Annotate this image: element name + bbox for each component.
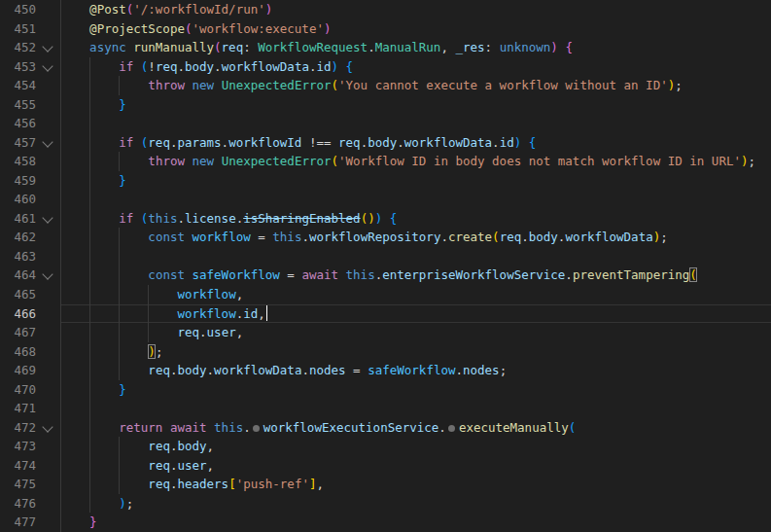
code-line[interactable]: 466workflow.id, [0,304,771,324]
fold-spacer [36,342,60,362]
code-line[interactable]: 474req.user, [0,456,771,476]
code-line[interactable]: 459} [0,171,771,191]
line-number[interactable]: 465 [0,285,36,304]
fold-chevron-icon[interactable] [36,266,60,285]
code-line-content[interactable]: const workflow = this.workflowRepository… [60,228,771,247]
code-line[interactable]: 464const safeWorkflow = await this.enter… [0,266,771,285]
line-number[interactable]: 466 [0,304,36,324]
code-line-content[interactable]: } [60,95,771,115]
token-b3: ) [375,211,390,226]
token-pun: . [440,230,448,244]
code-line-content[interactable]: } [60,513,771,532]
code-line-content[interactable] [60,114,771,133]
token-b3: } [119,97,126,112]
code-line[interactable]: 477} [0,513,771,532]
line-number[interactable]: 453 [0,57,36,77]
code-line[interactable]: 458throw new UnexpectedError('Workflow I… [0,152,771,171]
code-line-content[interactable] [60,399,771,418]
code-line-content[interactable]: workflow, [60,285,771,304]
line-number[interactable]: 468 [0,342,36,362]
code-line[interactable]: 473req.body, [0,437,771,456]
line-number[interactable]: 473 [0,437,36,456]
code-line-content[interactable]: } [60,380,771,400]
code-line-content[interactable]: ); [60,494,771,514]
code-line-content[interactable]: } [60,171,771,191]
line-number[interactable]: 462 [0,228,36,247]
code-line-content[interactable]: req.user, [60,323,771,342]
code-line[interactable]: 451@ProjectScope('workflow:execute') [0,19,771,39]
code-line[interactable]: 452async runManually(req: WorkflowReques… [0,38,771,57]
code-line[interactable]: 450@Post('/:workflowId/run') [0,0,771,19]
code-line[interactable]: 461if (this.license.isSharingEnabled()) … [0,209,771,229]
line-number[interactable]: 458 [0,152,36,171]
line-number[interactable]: 457 [0,133,36,153]
line-number[interactable]: 477 [0,513,36,532]
code-line-content[interactable]: ); [60,342,771,362]
code-line-content[interactable]: throw new UnexpectedError('Workflow ID i… [60,152,771,171]
line-number[interactable]: 450 [0,0,36,19]
code-line-content[interactable] [60,247,771,266]
line-number[interactable]: 461 [0,209,36,229]
line-number[interactable]: 456 [0,114,36,133]
code-line-content[interactable]: req.body.workflowData.nodes = safeWorkfl… [60,361,771,380]
code-line-content[interactable]: @ProjectScope('workflow:execute') [60,19,771,39]
code-line[interactable]: 475req.headers['push-ref'], [0,475,771,494]
fold-chevron-icon[interactable] [36,418,60,438]
code-line[interactable]: 467req.user, [0,323,771,342]
line-number[interactable]: 469 [0,361,36,380]
code-line-content[interactable]: @Post('/:workflowId/run') [60,0,771,19]
code-line-content[interactable]: async runManually(req: WorkflowRequest.M… [60,38,771,57]
fold-chevron-icon[interactable] [36,38,60,57]
line-number[interactable]: 463 [0,247,36,266]
line-number[interactable]: 459 [0,171,36,191]
code-line-content[interactable]: throw new UnexpectedError('You cannot ex… [60,76,771,95]
code-line[interactable]: 465workflow, [0,285,771,304]
line-number[interactable]: 467 [0,323,36,342]
code-line[interactable]: 471 [0,399,771,418]
line-number[interactable]: 451 [0,19,36,39]
line-number[interactable]: 464 [0,266,36,285]
code-text: const safeWorkflow = await this.enterpri… [60,266,697,285]
code-line-content[interactable]: req.body, [60,437,771,456]
fold-chevron-icon[interactable] [36,57,60,77]
token-var: params [177,135,221,150]
code-line[interactable]: 472return await this.workflowExecutionSe… [0,418,771,438]
line-number[interactable]: 476 [0,494,36,514]
line-number[interactable]: 475 [0,475,36,494]
line-number[interactable]: 460 [0,190,36,209]
line-number[interactable]: 455 [0,95,36,115]
code-line-content[interactable]: if (!req.body.workflowData.id) { [60,57,771,77]
code-line[interactable]: 470} [0,380,771,400]
code-line[interactable]: 468); [0,342,771,362]
line-number[interactable]: 474 [0,456,36,476]
line-number[interactable]: 454 [0,76,36,95]
token-pun: ; [660,230,668,244]
code-line[interactable]: 469req.body.workflowData.nodes = safeWor… [0,361,771,380]
code-line[interactable]: 453if (!req.body.workflowData.id) { [0,57,771,77]
token-var: license [185,211,236,226]
code-line-content[interactable]: if (this.license.isSharingEnabled()) { [60,209,771,229]
line-number[interactable]: 452 [0,38,36,57]
code-line-content[interactable]: const safeWorkflow = await this.enterpri… [60,266,771,285]
line-number[interactable]: 472 [0,418,36,438]
code-line-content[interactable]: req.user, [60,456,771,476]
code-line[interactable]: 460 [0,190,771,209]
code-line-content[interactable] [60,190,771,209]
code-line[interactable]: 476); [0,494,771,514]
line-number[interactable]: 470 [0,380,36,400]
line-number[interactable]: 471 [0,399,36,418]
code-line-content[interactable]: if (req.params.workflowId !== req.body.w… [60,133,771,153]
code-line-content[interactable]: return await this.workflowExecutionServi… [60,418,771,438]
code-line[interactable]: 456 [0,114,771,133]
code-line-content[interactable]: req.headers['push-ref'], [60,475,771,494]
token-fn: preventTampering [573,267,689,282]
code-line[interactable]: 455} [0,95,771,115]
code-line[interactable]: 457if (req.params.workflowId !== req.bod… [0,133,771,153]
fold-chevron-icon[interactable] [36,133,60,153]
code-line[interactable]: 454throw new UnexpectedError('You cannot… [0,76,771,95]
code-line[interactable]: 463 [0,247,771,266]
token-pun: . [199,325,207,339]
fold-chevron-icon[interactable] [36,209,60,229]
code-line-content[interactable]: workflow.id, [60,304,771,324]
code-line[interactable]: 462const workflow = this.workflowReposit… [0,228,771,247]
